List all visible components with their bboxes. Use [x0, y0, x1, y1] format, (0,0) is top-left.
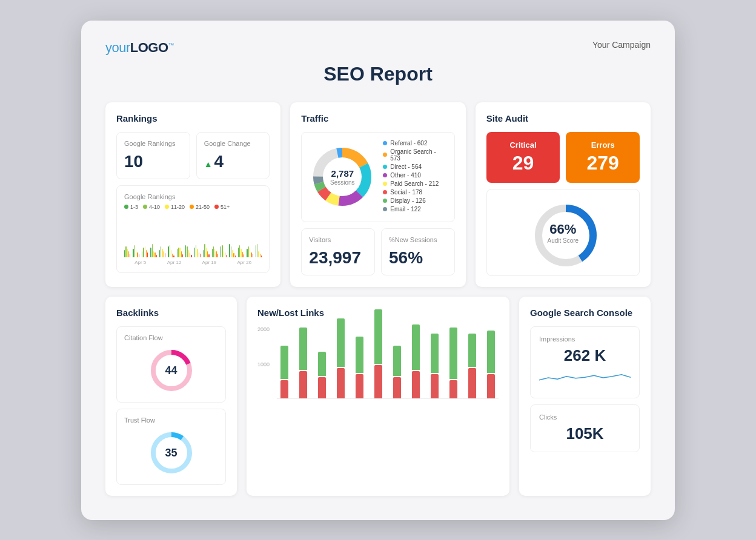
score-donut-wrapper: 66% Audit Score: [529, 199, 596, 266]
legend-organic: Organic Search - 573: [383, 148, 446, 162]
bar-group: [483, 331, 499, 398]
visitors-value: 23,997: [309, 248, 367, 268]
logo-tm: ™: [168, 41, 174, 48]
bar-group: [133, 245, 139, 257]
rankings-mini-grid: Google Rankings 10 Google Change ▲4: [116, 132, 270, 179]
trust-flow-label: Trust Flow: [124, 417, 155, 424]
bar-group: [390, 346, 405, 398]
legend-referral: Referral - 602: [383, 140, 446, 147]
new-bar: [412, 324, 420, 370]
dot-referral: [383, 141, 387, 145]
legend-dot-21-50: [190, 205, 194, 209]
gsc-section: Google Search Console Impressions 262 K …: [519, 297, 651, 496]
google-rankings-card: Google Rankings 10: [116, 132, 190, 179]
donut-legend: Referral - 602 Organic Search - 573 Dire…: [383, 140, 446, 214]
new-bar: [431, 334, 439, 373]
rankings-chart-card: Google Rankings 1-3 4-10 11-20: [116, 185, 270, 273]
audit-top: Critical 29 Errors 279: [486, 132, 640, 183]
arrow-up-icon: ▲: [204, 159, 213, 169]
new-bar: [487, 331, 495, 373]
bar-group: [314, 352, 330, 398]
legend-other: Other - 410: [383, 172, 446, 179]
legend-display: Display - 126: [383, 197, 446, 204]
google-change-label: Google Change: [204, 140, 262, 147]
trust-flow-card: Trust Flow 35: [116, 409, 226, 485]
new-bar: [280, 346, 288, 379]
bar-group: [446, 328, 461, 398]
dot-paid: [383, 182, 387, 186]
bar-group: [159, 246, 165, 257]
lost-bar: [468, 368, 476, 398]
new-bar: [393, 346, 401, 376]
rankings-chart-label: Google Rankings: [124, 193, 262, 200]
critical-value: 29: [512, 152, 534, 174]
new-bar: [299, 328, 307, 370]
logo: yourLOGO™: [105, 40, 174, 56]
top-grid: Rankings Google Rankings 10 Google Chang…: [105, 102, 651, 287]
bar-group: [371, 309, 386, 398]
rankings-section: Rankings Google Rankings 10 Google Chang…: [105, 102, 280, 287]
citation-flow-label: Citation Flow: [124, 334, 163, 341]
backlinks-section: Backlinks Citation Flow 44: [105, 297, 237, 496]
lost-bar: [374, 365, 382, 398]
legend-21-50: 21-50: [190, 204, 210, 210]
new-sessions-label: %New Sessions: [389, 236, 447, 243]
donut-center: 2,787 Sessions: [330, 168, 355, 186]
bar-group: [150, 244, 156, 257]
bar-group: [427, 334, 442, 398]
score-value: 66%: [547, 221, 579, 237]
site-audit-title: Site Audit: [486, 113, 640, 123]
traffic-title: Traffic: [301, 113, 454, 123]
score-center: 66% Audit Score: [547, 221, 579, 243]
dot-email: [383, 207, 387, 211]
bar-group: [220, 245, 227, 257]
bar-group: [277, 346, 292, 398]
sessions-label: Sessions: [330, 179, 355, 186]
bar-group: [408, 324, 423, 398]
legend-11-20: 11-20: [165, 204, 185, 210]
lost-bar: [337, 368, 345, 398]
bar-group: [212, 246, 218, 257]
critical-label: Critical: [509, 140, 536, 150]
rankings-legend: 1-3 4-10 11-20 21-50: [124, 204, 262, 210]
trust-value: 35: [165, 446, 177, 459]
legend-1-3: 1-3: [124, 204, 138, 210]
errors-value: 279: [586, 152, 618, 174]
bar-group: [256, 244, 262, 257]
google-change-value: ▲4: [204, 152, 262, 171]
impressions-card: Impressions 262 K: [530, 326, 640, 398]
dot-other: [383, 173, 387, 177]
lost-bar: [449, 380, 457, 398]
bar-group: [238, 245, 244, 257]
gsc-title: Google Search Console: [530, 308, 640, 318]
dot-social: [383, 190, 387, 194]
audit-score-card: 66% Audit Score: [486, 189, 640, 276]
errors-label: Errors: [591, 140, 615, 150]
lost-bar: [280, 380, 288, 398]
visitors-label: Visitors: [309, 236, 367, 243]
new-sessions-value: 56%: [389, 248, 447, 268]
backlinks-title: Backlinks: [116, 308, 226, 318]
traffic-donut-row: 2,787 Sessions Referral - 602 Organic Se…: [301, 132, 454, 222]
new-bar: [318, 352, 326, 376]
bottom-grid: Backlinks Citation Flow 44: [105, 297, 651, 496]
bar-group: [177, 248, 183, 257]
legend-paid: Paid Search - 212: [383, 180, 446, 187]
new-bar: [468, 334, 476, 367]
dot-organic: [383, 153, 387, 157]
y-axis-labels: 2000 1000: [257, 326, 270, 399]
bar-group: [168, 245, 174, 257]
visitors-card: Visitors 23,997: [301, 228, 375, 275]
lost-bar: [393, 377, 401, 398]
legend-dot-4-10: [143, 205, 147, 209]
legend-direct: Direct - 564: [383, 163, 446, 170]
legend-dot-1-3: [124, 205, 128, 209]
bar-group: [296, 328, 311, 398]
dot-direct: [383, 165, 387, 169]
bar-group: [203, 244, 209, 257]
citation-donut-wrap: 44: [124, 346, 218, 395]
report-header: yourLOGO™ Your Campaign: [105, 40, 651, 56]
lost-bar: [412, 371, 420, 398]
legend-email: Email - 122: [383, 206, 446, 212]
bar-group: [142, 246, 148, 257]
